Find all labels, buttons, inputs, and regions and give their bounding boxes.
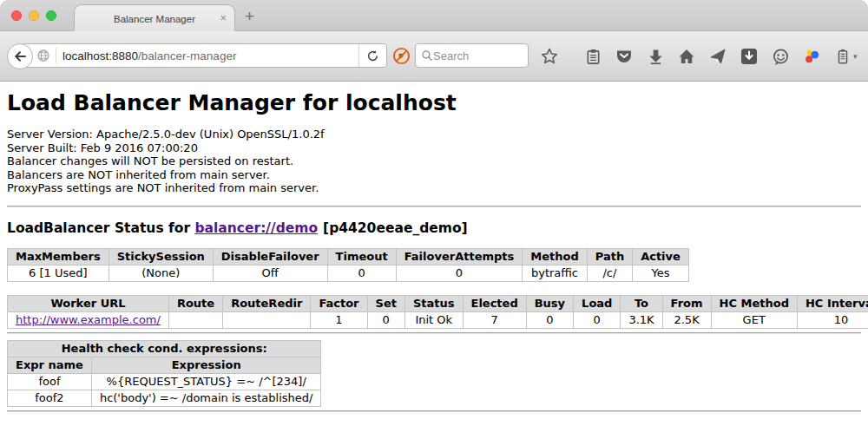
worker-header-cell: HC Interval (797, 295, 868, 311)
zoom-window-button[interactable] (46, 10, 56, 21)
smiley-icon (772, 48, 790, 66)
balancer-header-cell: DisableFailover (213, 248, 327, 265)
bookmark-star-button[interactable] (540, 47, 559, 66)
health-value-cell: foof (8, 373, 92, 390)
reload-button[interactable] (358, 44, 386, 67)
worker-value-cell: 3.1K (621, 311, 662, 328)
table-row: 6 [1 Used](None)Off00bytraffic/c/Yes (8, 265, 689, 281)
home-icon (678, 48, 695, 65)
home-button[interactable] (677, 47, 696, 66)
balancer-settings-table: MaxMembersStickySessionDisableFailoverTi… (7, 248, 689, 282)
page-content: Load Balancer Manager for localhost Serv… (0, 82, 868, 412)
container-extension-button[interactable] (833, 47, 852, 66)
share-button[interactable] (708, 47, 727, 66)
worker-value-cell: 0 (526, 311, 573, 328)
balancer-header-cell: FailoverAttempts (396, 248, 523, 265)
worker-url-cell: http://www.example.com/ (8, 311, 169, 328)
health-header-cell: Expr name (8, 357, 92, 373)
health-check-table: Health check cond. expressions: Expr nam… (7, 340, 321, 407)
section-divider (7, 206, 861, 207)
balancer-value-cell: 0 (396, 265, 523, 281)
video-download-button[interactable] (740, 47, 759, 66)
server-info: Server Version: Apache/2.5.0-dev (Unix) … (7, 128, 861, 195)
persist-notice-line: Balancer changes will NOT be persisted o… (7, 154, 861, 168)
section-divider (7, 332, 861, 334)
page-bottom-divider (7, 410, 861, 412)
tab-title: Balancer Manager (114, 14, 195, 24)
battery-icon (835, 49, 851, 65)
downloads-button[interactable] (646, 47, 665, 66)
worker-header-cell: Status (404, 295, 463, 311)
reading-list-button[interactable] (583, 47, 602, 66)
tab-close-icon[interactable]: × (220, 12, 227, 24)
worker-url-link[interactable]: http://www.example.com/ (16, 313, 161, 326)
worker-value-cell: 0 (574, 311, 621, 328)
color-dots-icon (803, 48, 821, 66)
globe-icon (36, 49, 50, 62)
balancer-value-cell: 0 (327, 265, 396, 281)
url-path: /balancer-manager (138, 49, 236, 62)
dropdown-caret[interactable]: ▾ (853, 52, 858, 61)
emoji-extension-button[interactable] (771, 47, 790, 66)
navigation-toolbar: localhost:8880/balancer-manager (0, 31, 868, 82)
pocket-icon (615, 48, 633, 65)
table-row: foof2hc('body') =~ /domain is establishe… (8, 390, 321, 406)
worker-header-cell: HC Method (711, 295, 797, 311)
plugin-blocked-button[interactable] (392, 47, 411, 69)
flash-block-icon (392, 47, 411, 65)
search-bar[interactable] (415, 43, 529, 68)
balancer-value-cell: bytraffic (523, 265, 587, 281)
reload-icon (366, 49, 379, 62)
table-caption-row: Health check cond. expressions: (8, 340, 321, 357)
close-window-button[interactable] (11, 10, 22, 21)
minimize-window-button[interactable] (29, 10, 39, 21)
worker-header-cell: Worker URL (8, 295, 169, 311)
pocket-button[interactable] (615, 47, 634, 66)
search-input[interactable] (433, 49, 511, 62)
toolbar-icons: ▾ (540, 31, 868, 82)
health-value-cell: hc('body') =~ /domain is established/ (91, 390, 321, 406)
worker-value-cell: 10 (797, 311, 868, 328)
page-title: Load Balancer Manager for localhost (7, 91, 861, 115)
back-button[interactable] (7, 43, 33, 69)
worker-header-cell: From (662, 295, 711, 311)
table-header-row: MaxMembersStickySessionDisableFailoverTi… (8, 248, 689, 265)
balancer-header-cell: Path (587, 248, 632, 265)
status-prefix: LoadBalancer Status for (7, 220, 194, 236)
balancer-link[interactable]: balancer://demo (194, 220, 318, 236)
balancer-status-heading: LoadBalancer Status for balancer://demo[… (7, 220, 861, 236)
url-text[interactable]: localhost:8880/balancer-manager (62, 49, 358, 62)
box-download-icon (740, 48, 758, 65)
url-bar[interactable]: localhost:8880/balancer-manager (20, 43, 387, 68)
table-row: foof%{REQUEST_STATUS} =~ /^[234]/ (8, 373, 321, 390)
back-icon (13, 49, 27, 63)
color-dots-extension-button[interactable] (802, 47, 821, 66)
url-domain: localhost:8880 (62, 49, 138, 62)
worker-header-cell: RouteRedir (223, 295, 311, 311)
balancer-header-cell: MaxMembers (8, 248, 109, 265)
tab-bar: Balancer Manager × + (0, 0, 868, 31)
health-header-cell: Expression (91, 357, 321, 373)
balancer-value-cell: /c/ (587, 265, 632, 281)
browser-window: Balancer Manager × + localhost:8880/bala… (0, 0, 868, 426)
worker-header-cell: Busy (526, 295, 573, 311)
worker-header-cell: Factor (311, 295, 367, 311)
worker-value-cell: Init Ok (404, 311, 463, 328)
worker-value-cell (168, 311, 222, 328)
worker-header-cell: Elected (463, 295, 526, 311)
worker-value-cell: GET (711, 311, 797, 328)
browser-chrome: Balancer Manager × + localhost:8880/bala… (0, 0, 868, 82)
balancer-value-cell: Off (213, 265, 327, 281)
bookmark-star-icon (541, 48, 558, 65)
worker-table: Worker URLRouteRouteRedirFactorSetStatus… (7, 295, 868, 329)
status-suffix: [p4420eeae_demo] (323, 220, 468, 236)
balancer-value-cell: (None) (108, 265, 213, 281)
new-tab-button[interactable]: + (245, 7, 254, 26)
search-icon (421, 49, 433, 62)
download-arrow-icon (648, 49, 664, 65)
worker-value-cell: 0 (367, 311, 404, 328)
worker-value-cell: 7 (463, 311, 526, 328)
tab-balancer-manager[interactable]: Balancer Manager × (74, 4, 235, 32)
clipboard-icon (585, 49, 602, 65)
worker-header-cell: To (621, 295, 662, 311)
